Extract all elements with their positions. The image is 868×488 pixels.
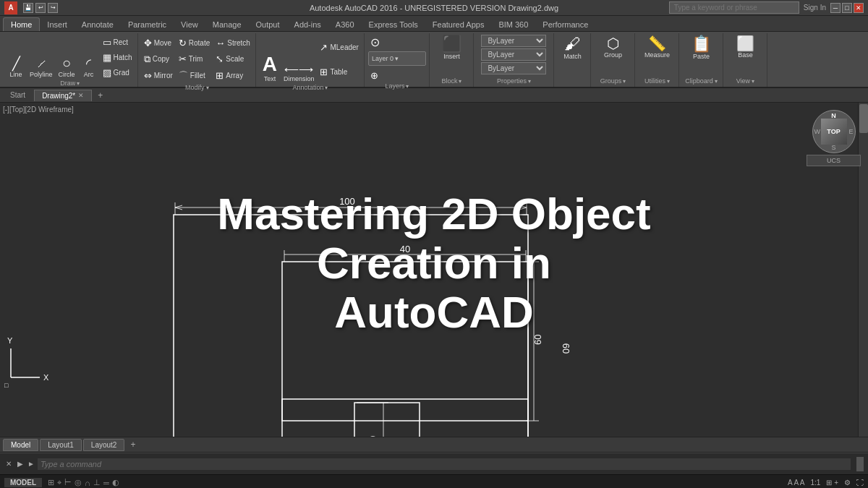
restore-btn[interactable]: □: [842, 3, 852, 13]
cmd-scrollbar[interactable]: [856, 457, 864, 471]
cmd-close-btn[interactable]: ✕: [4, 458, 13, 469]
autocad-logo: A: [4, 1, 17, 14]
multileader-button[interactable]: ↗MLeader: [318, 40, 360, 54]
panel-view-label-row: View ▾: [736, 77, 754, 85]
rotate-button[interactable]: ↻Rotate: [176, 35, 212, 50]
panel-match-content: 🖌 Match: [561, 35, 584, 61]
properties-controls: ByLayer ByLayer ByLayer: [481, 35, 546, 74]
close-btn[interactable]: ✕: [854, 3, 864, 13]
layer-dropdown[interactable]: Layer 0 ▾: [368, 51, 426, 66]
table-button[interactable]: ⊞Table: [318, 64, 360, 79]
ucs-label: UCS: [807, 155, 861, 166]
tab-bim360[interactable]: BIM 360: [491, 18, 535, 31]
model-indicator[interactable]: MODEL: [4, 478, 42, 487]
rectangle-button[interactable]: ▭Rect: [101, 35, 135, 49]
grid-icon[interactable]: ⊞: [48, 478, 54, 487]
match-properties-button[interactable]: 🖌 Match: [561, 35, 584, 61]
command-input[interactable]: [38, 458, 851, 470]
svg-line-10: [519, 207, 527, 210]
add-drawing-tab[interactable]: +: [93, 89, 107, 102]
viewport-controls[interactable]: ⊞ +: [826, 479, 838, 487]
arc-button[interactable]: ◜ Arc: [79, 56, 99, 80]
tab-performance[interactable]: Performance: [535, 18, 595, 31]
block-dropdown[interactable]: ▾: [459, 78, 461, 85]
properties-dropdown[interactable]: ▾: [528, 78, 531, 85]
minimize-btn[interactable]: ─: [830, 3, 841, 13]
group-button[interactable]: ⬡ Group: [602, 35, 624, 60]
tab-parametric[interactable]: Parametric: [121, 18, 174, 31]
move-icon: ✥: [144, 38, 152, 48]
text-button[interactable]: A Text: [260, 53, 280, 84]
polyline-button[interactable]: ⟋ Polyline: [27, 56, 55, 80]
titlebar-search[interactable]: [669, 1, 799, 14]
tab-insert[interactable]: Insert: [40, 18, 75, 31]
stretch-button[interactable]: ↔Stretch: [213, 35, 252, 50]
drawing2-tab[interactable]: Drawing2* ✕: [34, 90, 92, 101]
annotation-scale[interactable]: A A A: [788, 479, 804, 487]
trim-button[interactable]: ✂Trim: [176, 52, 212, 67]
annotation-dropdown[interactable]: ▾: [325, 85, 328, 91]
close-tab-icon[interactable]: ✕: [78, 92, 84, 99]
compass-cube[interactable]: TOP: [821, 119, 847, 145]
tab-output[interactable]: Output: [249, 18, 287, 31]
redo-btn[interactable]: ↪: [48, 3, 58, 13]
ortho-icon[interactable]: ⊢: [64, 478, 72, 487]
base-button[interactable]: ⬜ Base: [734, 35, 757, 60]
osnap-icon[interactable]: ∩: [85, 479, 90, 487]
undo-btn[interactable]: ↩: [35, 3, 46, 13]
fullscreen-icon[interactable]: ⛶: [856, 479, 864, 487]
tab-annotate[interactable]: Annotate: [75, 18, 121, 31]
hatch-button[interactable]: ▦Hatch: [101, 50, 135, 64]
layer-properties-button[interactable]: ⊙: [368, 35, 426, 49]
polar-icon[interactable]: ◎: [75, 478, 82, 487]
layers-dropdown[interactable]: ▾: [406, 83, 409, 90]
utilities-dropdown[interactable]: ▾: [667, 78, 670, 85]
add-layout-btn[interactable]: +: [126, 438, 140, 451]
tab-home[interactable]: Home: [3, 17, 40, 31]
panel-annotation-content: A Text ⟵⟶ Dimension ↗MLeader ⊞Table: [260, 35, 361, 84]
measure-button[interactable]: 📏 Measure: [642, 35, 672, 60]
layout2-tab[interactable]: Layout2: [83, 439, 125, 451]
copy-button[interactable]: ⧉Copy: [142, 52, 175, 67]
status-icons: ⊞ ⌖ ⊢ ◎ ∩ ⊥ ═ ◐: [48, 478, 119, 487]
dimension-button[interactable]: ⟵⟶ Dimension: [281, 63, 317, 84]
tab-a360[interactable]: A360: [328, 18, 362, 31]
workspace-icon[interactable]: ⚙: [844, 479, 851, 487]
scale-button[interactable]: ⤡Scale: [213, 52, 252, 67]
modify-dropdown[interactable]: ▾: [206, 85, 209, 91]
lineweight-icon[interactable]: ═: [103, 479, 109, 487]
array-button[interactable]: ⊞Array: [213, 69, 252, 83]
tab-addins[interactable]: Add-ins: [287, 18, 328, 31]
draw-dropdown[interactable]: ▾: [77, 80, 80, 87]
sign-in-btn[interactable]: Sign In: [804, 4, 826, 12]
snap-icon[interactable]: ⌖: [57, 478, 61, 487]
layer-state-button[interactable]: ⊕: [368, 68, 426, 82]
mirror-button[interactable]: ⇔Mirror: [142, 69, 175, 83]
view-dropdown[interactable]: ▾: [752, 78, 754, 85]
tab-featured[interactable]: Featured Apps: [425, 18, 492, 31]
line-button[interactable]: ╱ Line: [6, 56, 26, 80]
cmd-arrow-btn[interactable]: ▶: [16, 458, 25, 469]
otrack-icon[interactable]: ⊥: [93, 478, 101, 487]
tab-express[interactable]: Express Tools: [362, 18, 425, 31]
fillet-button[interactable]: ⌒Fillet: [176, 69, 212, 83]
panel-properties-label-row: Properties ▾: [497, 77, 531, 85]
gradient-button[interactable]: ▨Grad: [101, 65, 135, 80]
tab-view[interactable]: View: [174, 18, 205, 31]
insert-button[interactable]: ⬛ Insert: [440, 35, 464, 61]
move-button[interactable]: ✥Move: [142, 35, 175, 50]
transparency-icon[interactable]: ◐: [112, 478, 119, 487]
quick-access-btn[interactable]: 💾: [23, 3, 33, 13]
model-tab[interactable]: Model: [3, 439, 38, 451]
lineweight-select[interactable]: ByLayer: [481, 62, 546, 74]
linetype-select[interactable]: ByLayer: [481, 48, 546, 61]
circle-button[interactable]: ○ Circle: [56, 54, 77, 80]
clipboard-dropdown[interactable]: ▾: [715, 78, 718, 85]
layout1-tab[interactable]: Layout1: [40, 439, 82, 451]
start-tab[interactable]: Start: [3, 90, 33, 100]
groups-dropdown[interactable]: ▾: [623, 78, 626, 85]
color-select[interactable]: ByLayer: [481, 35, 546, 47]
tab-manage[interactable]: Manage: [205, 18, 249, 31]
paste-button[interactable]: 📋 Paste: [689, 35, 713, 61]
drawing-area: [-][Top][2D Wireframe] Mastering 2D Obje…: [0, 103, 868, 437]
